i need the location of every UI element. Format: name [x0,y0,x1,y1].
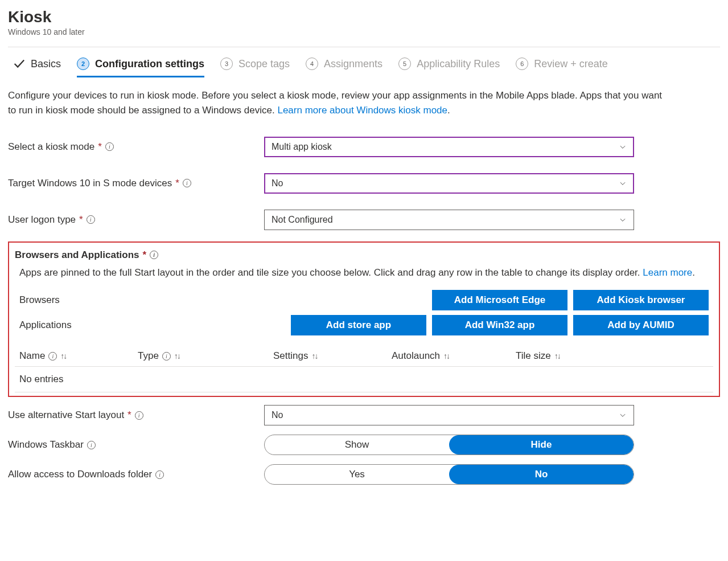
tab-label: Basics [31,58,61,70]
tab-review-create[interactable]: 6 Review + create [516,58,608,77]
s-mode-label: Target Windows 10 in S mode devices * i [8,178,264,189]
add-microsoft-edge-button[interactable]: Add Microsoft Edge [432,290,567,310]
wizard-tabs: Basics 2 Configuration settings 3 Scope … [8,47,720,78]
checkmark-icon [13,58,25,70]
select-value: No [272,410,283,420]
info-icon[interactable]: i [162,352,171,361]
chevron-down-icon [619,216,627,224]
step-number-icon: 6 [516,58,528,70]
chevron-down-icon [619,411,627,419]
step-number-icon: 3 [220,58,233,70]
info-icon[interactable]: i [48,352,57,361]
downloads-toggle[interactable]: Yes No [264,464,634,485]
page-subtitle: Windows 10 and later [8,27,720,36]
browsers-label: Browsers [19,294,213,306]
required-indicator: * [79,214,83,226]
required-indicator: * [127,410,131,421]
tab-label: Scope tags [238,58,290,70]
required-indicator: * [143,249,147,261]
tab-scope-tags[interactable]: 3 Scope tags [220,58,290,77]
step-number-icon: 2 [77,58,89,70]
add-by-aumid-button[interactable]: Add by AUMID [573,315,709,335]
chevron-down-icon [619,179,627,187]
tab-label: Configuration settings [95,58,204,70]
required-indicator: * [98,141,102,153]
sort-icon: ↑↓ [60,351,66,361]
browsers-apps-section: Browsers and Applications * i Apps are p… [8,241,720,398]
select-value: Multi app kiosk [272,142,332,152]
kiosk-mode-select[interactable]: Multi app kiosk [264,137,634,157]
section-title: Browsers and Applications * i [15,249,713,261]
info-icon[interactable]: i [150,251,158,259]
taskbar-hide-option[interactable]: Hide [449,435,634,454]
taskbar-toggle[interactable]: Show Hide [264,435,634,455]
taskbar-show-option[interactable]: Show [265,435,449,454]
step-number-icon: 4 [306,58,318,70]
sort-icon: ↑↓ [174,351,180,361]
applications-label: Applications [19,320,213,331]
table-empty-row: No entries [15,367,713,392]
kiosk-mode-label: Select a kiosk mode * i [8,141,264,153]
info-icon[interactable]: i [135,411,143,420]
page-title: Kiosk [8,8,720,26]
add-kiosk-browser-button[interactable]: Add Kiosk browser [573,290,709,310]
s-mode-select[interactable]: No [264,173,634,194]
logon-type-label: User logon type * i [8,214,264,226]
info-icon[interactable]: i [183,179,191,187]
tab-configuration-settings[interactable]: 2 Configuration settings [77,58,204,77]
logon-type-select[interactable]: Not Configured [264,210,634,230]
sort-icon: ↑↓ [443,351,449,361]
info-icon[interactable]: i [155,470,164,479]
section-description: Apps are pinned to the full Start layout… [19,265,709,280]
add-store-app-button[interactable]: Add store app [291,315,426,335]
taskbar-label: Windows Taskbar i [8,439,264,451]
col-tile-size[interactable]: Tile size↑↓ [516,350,612,362]
table-header: Namei↑↓ Typei↑↓ Settings↑↓ Autolaunch↑↓ … [15,346,713,367]
info-icon[interactable]: i [87,441,96,449]
col-settings[interactable]: Settings↑↓ [273,350,387,362]
tab-assignments[interactable]: 4 Assignments [306,58,382,77]
sort-icon: ↑↓ [554,351,560,361]
downloads-no-option[interactable]: No [449,465,634,484]
col-type[interactable]: Typei↑↓ [138,350,269,362]
required-indicator: * [175,178,179,189]
add-win32-app-button[interactable]: Add Win32 app [432,315,567,335]
alt-layout-label: Use alternative Start layout * i [8,410,264,421]
sort-icon: ↑↓ [311,351,317,361]
col-autolaunch[interactable]: Autolaunch↑↓ [392,350,511,362]
tab-label: Applicability Rules [417,58,500,70]
select-value: Not Configured [272,215,333,225]
info-icon[interactable]: i [87,215,95,224]
downloads-label: Allow access to Downloads folder i [8,469,264,480]
select-value: No [272,178,283,189]
learn-more-link[interactable]: Learn more about Windows kiosk mode [277,105,447,116]
chevron-down-icon [619,143,627,151]
intro-text: Configure your devices to run in kiosk m… [8,88,668,118]
learn-more-link[interactable]: Learn more [643,267,692,278]
apps-table: Namei↑↓ Typei↑↓ Settings↑↓ Autolaunch↑↓ … [15,346,713,392]
tab-basics[interactable]: Basics [13,58,61,77]
downloads-yes-option[interactable]: Yes [265,465,449,484]
info-icon[interactable]: i [105,142,114,151]
alt-layout-select[interactable]: No [264,405,634,425]
tab-applicability-rules[interactable]: 5 Applicability Rules [398,58,500,77]
step-number-icon: 5 [398,58,411,70]
col-name[interactable]: Namei↑↓ [19,350,133,362]
tab-label: Review + create [534,58,608,70]
tab-label: Assignments [324,58,382,70]
